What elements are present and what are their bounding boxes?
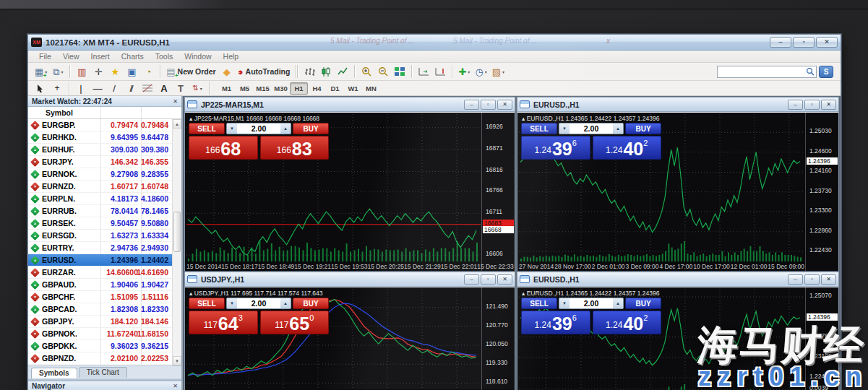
sell-price[interactable]: 16668 [189, 136, 258, 160]
table-row[interactable]: ▲GBPCAD.1.823081.82330 [28, 303, 181, 316]
chart-restore-button[interactable]: ▫ [481, 274, 496, 285]
table-row[interactable]: ▼EURNZD.1.607171.60748 [28, 181, 181, 193]
buy-price[interactable]: 1.24402 [593, 136, 662, 160]
timeframe-h1[interactable]: H1 [290, 82, 308, 95]
menu-file[interactable]: File [34, 51, 56, 61]
increase-volume-button[interactable]: ▲ [280, 124, 291, 134]
table-row[interactable]: ▲EURTRY.2.947362.94930 [28, 242, 181, 254]
increase-volume-button[interactable]: ▲ [613, 124, 623, 134]
timeframe-m15[interactable]: M15 [254, 82, 272, 95]
window-titlebar[interactable]: XM 1021764: XM MT4 - EURUSD,H1 5 Mail - … [28, 35, 841, 51]
price-scale[interactable]: 1692616871168161676616711166061668316668 [481, 113, 515, 272]
navigator-button[interactable]: ★ [107, 64, 123, 79]
templates-button[interactable]: ▨▾ [490, 64, 507, 79]
chart-close-button[interactable]: ✕ [821, 274, 836, 285]
minimize-button[interactable]: – [770, 37, 791, 48]
chart-minimize-button[interactable]: – [788, 274, 803, 285]
metaeditor-button[interactable]: ◆ [219, 64, 235, 79]
volume-stepper[interactable]: ▼2.00▲ [559, 123, 624, 134]
decrease-volume-button[interactable]: ▼ [559, 124, 570, 134]
sell-button[interactable]: SELL [521, 123, 557, 134]
search-input[interactable] [719, 67, 806, 77]
chart-window-titlebar[interactable]: EURUSD.,H1–▫✕ [517, 98, 838, 112]
autotrading-button[interactable]: ●–AutoTrading [236, 64, 293, 79]
market-watch-header[interactable]: Market Watch: 22:47:24 ✕ [28, 96, 181, 107]
chart-restore-button[interactable]: ▫ [804, 100, 820, 110]
chart-window-titlebar[interactable]: USDJPY.,H1–▫✕ [185, 272, 515, 287]
buy-button[interactable]: BUY [625, 123, 661, 134]
table-row[interactable]: ▲EURSGD.1.632731.63334 [28, 230, 181, 242]
search-box[interactable] [717, 66, 817, 78]
timeframe-mn[interactable]: MN [362, 82, 380, 95]
menu-window[interactable]: Window [179, 51, 216, 61]
navigator-header[interactable]: Navigator ✕ [28, 381, 181, 390]
table-row[interactable]: ▼GBPNZD.2.021002.02253 [28, 352, 181, 365]
sell-button[interactable]: SELL [189, 298, 225, 309]
sell-price[interactable]: 117643 [189, 311, 258, 334]
scrollbar-thumb[interactable] [173, 212, 181, 252]
new-order-button[interactable]: ▤+New Order [164, 64, 218, 79]
text-tool-button[interactable]: A [156, 81, 172, 96]
increase-volume-button[interactable]: ▲ [280, 298, 291, 308]
chart-area[interactable]: 1.250701.237651.231051.224450.00391.2439… [517, 287, 838, 390]
line-chart-button[interactable] [335, 64, 351, 79]
sell-price[interactable]: 1.24396 [521, 311, 590, 334]
table-row[interactable]: ▼EURJPY.146.342146.355 [28, 156, 181, 168]
table-row[interactable]: ▲EURNOK.9.279089.28355 [28, 168, 181, 181]
sell-button[interactable]: SELL [189, 123, 225, 134]
tab-tick-chart[interactable]: Tick Chart [79, 367, 127, 378]
terminal-button[interactable]: ▣ [124, 64, 139, 79]
volume-stepper[interactable]: ▼2.00▲ [559, 298, 624, 309]
menu-charts[interactable]: Charts [116, 51, 149, 61]
zoom-out-button[interactable] [375, 64, 391, 79]
menu-view[interactable]: View [58, 51, 85, 61]
increase-volume-button[interactable]: ▲ [613, 298, 623, 308]
vertical-line-tool-button[interactable]: | [73, 81, 89, 96]
table-row[interactable]: ▼GBPNOK.11.6724011.68150 [28, 328, 181, 340]
chart-restore-button[interactable]: ▫ [804, 274, 820, 285]
horizontal-line-tool-button[interactable]: — [90, 81, 106, 96]
profiles-button[interactable]: ⧉▾ [50, 64, 66, 79]
chart-close-button[interactable]: ✕ [497, 100, 512, 110]
table-row[interactable]: ▲EURHUF.309.030309.380 [28, 144, 181, 156]
restore-button[interactable]: ▫ [793, 37, 815, 48]
zoom-in-button[interactable] [358, 64, 374, 79]
table-row[interactable]: ▼EURZAR.14.6060014.61690 [28, 266, 181, 279]
buy-price[interactable]: 1.24402 [593, 311, 662, 334]
volume-stepper[interactable]: ▼2.00▲ [226, 298, 291, 309]
trendline-tool-button[interactable]: / [106, 81, 122, 96]
scroll-up-icon[interactable]: ▲ [173, 119, 181, 129]
chart-close-button[interactable]: ✕ [497, 274, 512, 285]
indicators-button[interactable]: ✚▾ [456, 64, 472, 79]
market-watch-column-header[interactable]: Symbol Bid Ask [28, 107, 181, 119]
market-watch-button[interactable]: ▥ [74, 64, 90, 79]
table-row[interactable]: ▲EURHKD.9.643959.64478 [28, 131, 181, 144]
table-row[interactable]: ▲GBPAUD.1.904061.90427 [28, 279, 181, 291]
timeframe-m1[interactable]: M1 [218, 82, 236, 95]
chart-minimize-button[interactable]: – [464, 100, 479, 110]
market-watch-scrollbar[interactable]: ▲ ▼ [172, 119, 181, 365]
close-icon[interactable]: ✕ [173, 383, 178, 389]
data-window-button[interactable]: ✛ [90, 64, 106, 79]
sell-button[interactable]: SELL [521, 298, 557, 309]
timeframe-h4[interactable]: H4 [308, 82, 326, 95]
buy-button[interactable]: BUY [293, 123, 329, 134]
close-button[interactable]: ✕ [816, 37, 838, 48]
table-row[interactable]: ▲EURRUB.78.041478.1465 [28, 205, 181, 217]
decrease-volume-button[interactable]: ▼ [227, 124, 237, 134]
scroll-down-icon[interactable]: ▼ [173, 356, 181, 365]
buy-button[interactable]: BUY [625, 298, 661, 309]
table-row[interactable]: ▼GBPJPY.184.120184.146 [28, 316, 181, 328]
timeframe-d1[interactable]: D1 [326, 82, 344, 95]
sell-price[interactable]: 1.24396 [521, 136, 590, 160]
text-label-tool-button[interactable]: T [173, 81, 189, 96]
chart-window-titlebar[interactable]: EURUSD.,H1–▫✕ [517, 272, 838, 287]
strategy-tester-button[interactable]: ◔ [140, 64, 156, 79]
buy-button[interactable]: BUY [293, 298, 329, 309]
auto-scroll-button[interactable] [416, 64, 431, 79]
table-row[interactable]: ▼GBPCHF.1.510951.51116 [28, 291, 181, 303]
crosshair-tool-button[interactable]: + [49, 81, 65, 96]
chart-area[interactable]: 121.490120.770120.050119.330118.610▴ USD… [185, 287, 515, 390]
community-chat-button[interactable]: S [819, 66, 833, 78]
menu-insert[interactable]: Insert [86, 51, 115, 61]
